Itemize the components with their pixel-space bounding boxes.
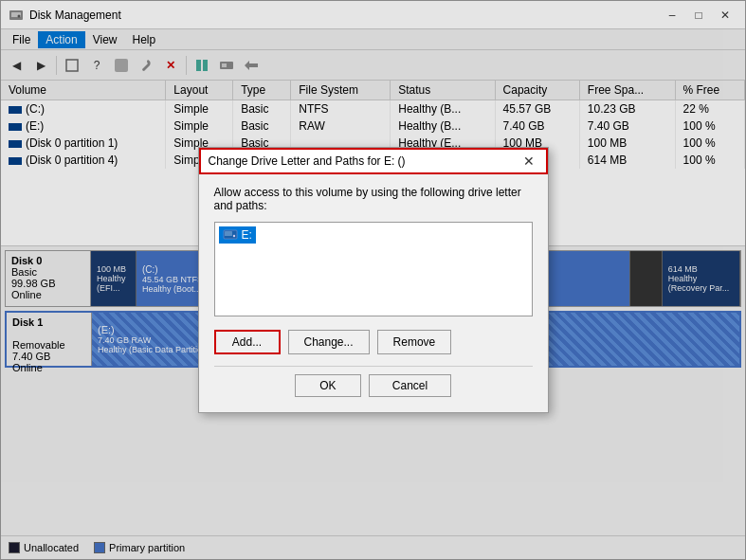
add-button[interactable]: Add... — [214, 330, 281, 354]
dialog-title-bar: Change Drive Letter and Paths for E: () … — [199, 148, 548, 174]
dialog-action-buttons: Add... Change... Remove — [214, 330, 533, 354]
change-drive-dialog: Change Drive Letter and Paths for E: () … — [198, 147, 549, 413]
drive-icon — [223, 228, 238, 242]
cancel-button[interactable]: Cancel — [369, 374, 451, 397]
ok-button[interactable]: OK — [295, 374, 361, 397]
drive-letter-label: E: — [242, 228, 252, 242]
svg-rect-10 — [225, 231, 232, 236]
change-button[interactable]: Change... — [288, 330, 370, 354]
dialog-title: Change Drive Letter and Paths for E: () — [209, 154, 406, 168]
dialog-overlay: Change Drive Letter and Paths for E: () … — [0, 0, 746, 560]
dialog-close-button[interactable]: ✕ — [519, 153, 538, 170]
remove-button[interactable]: Remove — [377, 330, 452, 354]
drive-list-item[interactable]: E: — [219, 226, 256, 244]
dialog-footer-buttons: OK Cancel — [214, 366, 533, 401]
drive-svg-icon — [223, 228, 238, 242]
drive-letter-list[interactable]: E: — [214, 222, 533, 316]
dialog-body: Allow access to this volume by using the… — [199, 174, 548, 412]
dialog-description: Allow access to this volume by using the… — [214, 186, 533, 212]
svg-point-11 — [232, 235, 234, 237]
